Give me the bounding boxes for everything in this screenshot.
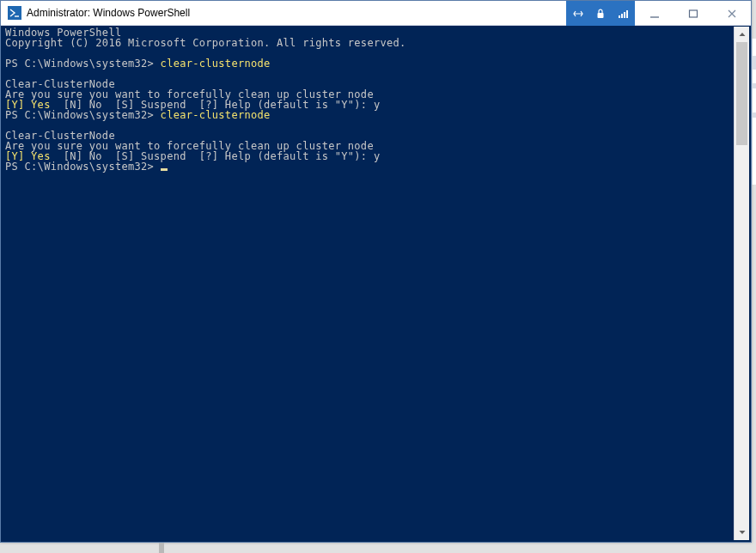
svg-rect-4: [624, 12, 625, 18]
prompt: PS C:\Windows\system32>: [5, 161, 154, 173]
terminal[interactable]: Windows PowerShell Copyright (C) 2016 Mi…: [3, 27, 734, 540]
close-button[interactable]: [712, 1, 751, 26]
signal-icon[interactable]: [618, 9, 628, 19]
cursor: [161, 168, 168, 171]
scroll-up-button[interactable]: [735, 27, 749, 42]
command-text: clear-clusternode: [161, 58, 271, 70]
maximize-button[interactable]: [674, 1, 712, 26]
splitter-handle[interactable]: [159, 543, 164, 553]
connection-bar[interactable]: [566, 1, 635, 26]
window-title: Administrator: Windows PowerShell: [27, 7, 190, 19]
svg-rect-1: [597, 13, 603, 18]
powershell-window: Administrator: Windows PowerShell: [0, 0, 752, 543]
svg-rect-2: [619, 15, 620, 18]
vertical-scrollbar[interactable]: [734, 27, 749, 540]
client-area: Windows PowerShell Copyright (C) 2016 Mi…: [3, 27, 749, 540]
svg-rect-6: [689, 10, 697, 17]
titlebar-right: [566, 1, 751, 26]
scroll-down-button[interactable]: [735, 525, 749, 540]
minimize-button[interactable]: [635, 1, 674, 26]
prompt: PS C:\Windows\system32>: [5, 58, 154, 70]
scroll-thumb[interactable]: [736, 42, 747, 145]
svg-rect-5: [626, 10, 628, 18]
banner-line-2: Copyright (C) 2016 Microsoft Corporation…: [5, 37, 406, 49]
titlebar[interactable]: Administrator: Windows PowerShell: [1, 1, 751, 26]
lock-icon[interactable]: [596, 9, 605, 19]
powershell-icon: [8, 6, 21, 20]
background-window-edge: [752, 39, 756, 185]
pin-icon[interactable]: [573, 9, 583, 19]
svg-rect-3: [621, 14, 623, 18]
command-text: clear-clusternode: [161, 109, 271, 121]
prompt: PS C:\Windows\system32>: [5, 109, 154, 121]
